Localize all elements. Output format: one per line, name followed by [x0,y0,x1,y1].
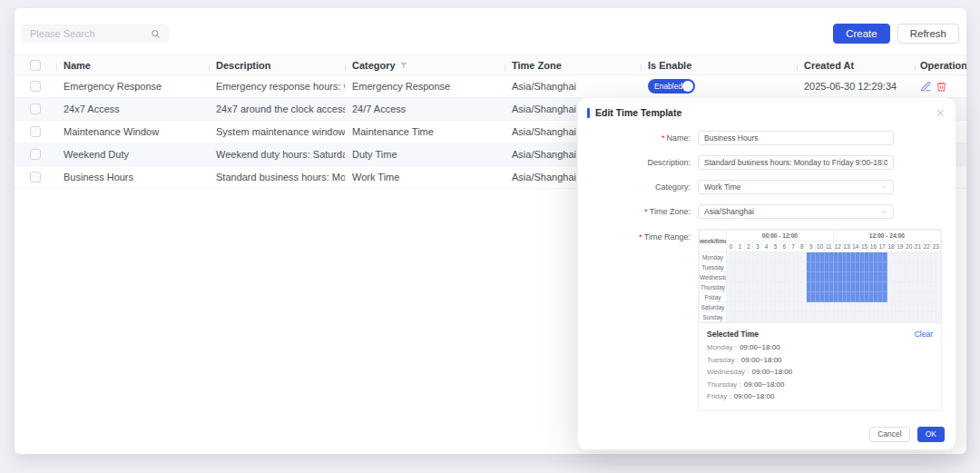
cancel-button[interactable]: Cancel [869,427,909,442]
selected-time-title: Selected Time [707,330,759,339]
column-header: Description [209,60,345,71]
day-label: Thursday [700,282,727,292]
cell-category: Emergency Response [345,81,505,92]
refresh-button[interactable]: Refresh [897,24,959,44]
toolbar-buttons: Create Refresh [833,24,959,44]
modal-form: *Name: Business Hours Description: Stand… [578,131,956,411]
required-asterisk: * [639,232,642,241]
title-accent-bar [587,108,590,118]
selected-time-item: Tuesday :09:00~18:00 [707,356,933,364]
cell-category: Work Time [345,172,505,182]
delete-icon[interactable] [936,81,947,93]
timezone-label: Time Zone: [650,207,691,216]
cell-name: Weekend Duty [56,149,209,160]
cell-description: Standard business hours: Monday to ... [209,172,345,182]
category-field-row: Category: Work Time [578,180,956,194]
timezone-field-row: *Time Zone: Asia/Shanghai [578,204,956,219]
day-label: Tuesday [700,262,727,272]
select-all-checkbox[interactable] [30,60,41,71]
grid-cell[interactable] [936,302,940,312]
row-checkbox[interactable] [30,149,41,160]
page-background: Please Search Create Refresh NameDescrip… [0,0,980,473]
time-range-widget: week/time00:00 - 12:0012:00 - 24:0001234… [698,229,942,411]
column-header: Category [345,60,505,71]
edit-icon[interactable] [920,81,932,93]
row-checkbox[interactable] [30,126,41,137]
cell-name: 24x7 Access [56,103,209,114]
cell-category: Duty Time [345,149,505,160]
modal-footer: Cancel OK [578,427,956,442]
selected-time-item: Monday :09:00~18:00 [707,343,933,351]
grid-cell[interactable] [936,312,940,322]
day-label: Sunday [700,312,727,322]
name-field-row: *Name: Business Hours [578,131,956,145]
time-range-grid: week/time00:00 - 12:0012:00 - 24:0001234… [699,230,941,322]
category-label: Category: [578,182,698,192]
row-checkbox[interactable] [30,81,41,92]
modal-header: Edit Time Template [578,98,956,118]
create-button[interactable]: Create [833,24,890,44]
description-field-row: Description: Standard business hours: Mo… [578,155,956,170]
column-header: Created At [797,60,915,71]
cell-name: Business Hours [56,172,209,182]
timezone-select[interactable]: Asia/Shanghai [698,204,894,219]
cell-category: Maintenance Time [345,126,505,137]
column-header: Name [56,60,209,71]
day-label: Wednesday [700,272,727,282]
modal-title: Edit Time Template [595,107,681,118]
search-icon [151,29,161,39]
time-range-label: Time Range: [644,232,691,241]
search-input[interactable]: Please Search [22,25,169,43]
day-label: Saturday [700,302,727,312]
required-asterisk: * [662,133,665,143]
column-header: Is Enable [641,60,797,71]
search-placeholder: Please Search [30,28,151,39]
table-header: NameDescriptionCategoryTime ZoneIs Enabl… [15,54,966,75]
selected-time-panel: Selected Time Clear Monday :09:00~18:00T… [699,322,941,410]
cell-description: System maintenance window: Sunda... [209,126,345,137]
filter-icon[interactable] [399,61,408,70]
grid-cell[interactable] [936,282,940,292]
ok-button[interactable]: OK [917,427,945,442]
row-checkbox[interactable] [30,172,41,182]
selected-time-item: Thursday :09:00~18:00 [707,380,933,389]
cell-description: Weekend duty hours: Saturday and S... [209,149,345,160]
table-row: Emergency ResponseEmergency response hou… [15,75,966,98]
chevron-down-icon [880,183,887,191]
grid-cell[interactable] [936,292,940,302]
description-label: Description: [578,158,698,167]
column-header: Time Zone [505,60,641,71]
enable-toggle[interactable]: Enabled [648,79,695,94]
cell-description: Emergency response hours: weekday... [209,81,345,92]
day-label: Friday [700,292,727,302]
close-icon[interactable] [936,109,945,117]
row-checkbox[interactable] [30,103,41,114]
name-label: Name: [666,133,691,143]
category-select[interactable]: Work Time [698,180,894,194]
edit-time-template-modal: Edit Time Template *Name: Business Hours… [577,97,956,450]
grid-cell[interactable] [936,262,940,272]
toolbar: Please Search Create Refresh [15,8,966,54]
description-field[interactable]: Standard business hours: Monday to Frida… [698,155,894,170]
column-header: Operation [915,60,966,71]
chevron-down-icon [880,208,887,215]
cell-timezone: Asia/Shanghai [505,81,641,92]
day-label: Monday [700,252,727,262]
grid-cell[interactable] [936,272,940,282]
cell-category: 24/7 Access [345,103,505,114]
selected-time-item: Wednesday :09:00~18:00 [707,368,933,376]
required-asterisk: * [644,207,648,216]
name-field[interactable]: Business Hours [698,131,894,145]
cell-name: Emergency Response [56,81,209,92]
selected-time-item: Friday :09:00~18:00 [707,392,933,400]
clear-link[interactable]: Clear [915,330,933,339]
time-range-row: *Time Range: week/time00:00 - 12:0012:00… [578,229,956,411]
cell-description: 24x7 around the clock access [209,103,345,114]
cell-name: Maintenance Window [56,126,209,137]
cell-created-at: 2025-06-30 12:29:34 [797,81,915,92]
grid-cell[interactable] [936,252,940,262]
